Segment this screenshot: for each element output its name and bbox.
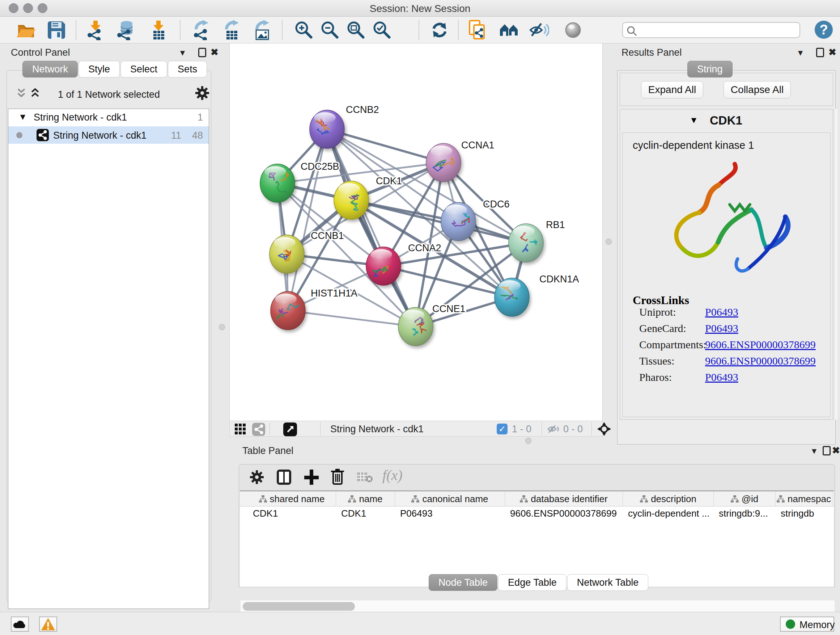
table-gear-icon[interactable] [249, 470, 264, 485]
show-columns-icon[interactable] [276, 469, 292, 486]
search-input[interactable] [622, 22, 800, 38]
column-header-shared-name[interactable]: shared name [248, 491, 336, 507]
save-session-icon[interactable] [46, 20, 66, 40]
left-splitter-handle[interactable] [219, 324, 225, 330]
close-panel-icon[interactable]: ✖ [829, 48, 836, 57]
crosslink-value-link[interactable]: 9606.ENSP00000378699 [705, 339, 816, 351]
tab-style[interactable]: Style [79, 61, 120, 78]
table-hscroll-thumb[interactable] [243, 602, 355, 611]
table-cell[interactable]: stringdb [775, 508, 832, 523]
tab-select[interactable]: Select [120, 61, 167, 78]
hidden-eye-icon[interactable] [547, 424, 561, 434]
network-node-CDC6[interactable] [441, 203, 476, 241]
import-network-icon[interactable] [85, 20, 106, 40]
close-panel-icon[interactable]: ✖ [832, 446, 840, 455]
refresh-icon[interactable] [429, 20, 450, 40]
selected-checkbox-icon[interactable]: ✓ [497, 424, 508, 434]
export-table-icon[interactable] [222, 20, 242, 40]
crosslink-value-link[interactable]: P06493 [705, 371, 738, 383]
disclosure-triangle-icon[interactable]: ▼ [19, 112, 27, 122]
clone-network-icon[interactable] [467, 20, 488, 40]
table-cell[interactable]: stringdb:9... [714, 508, 775, 523]
open-session-icon[interactable] [16, 20, 36, 40]
table-hscrollbar[interactable] [240, 600, 835, 612]
column-header-name[interactable]: name [336, 491, 395, 507]
tab-sets[interactable]: Sets [168, 61, 207, 78]
level-of-detail-icon[interactable] [563, 20, 583, 40]
column-header-@id[interactable]: @id [714, 491, 775, 507]
right-splitter-handle[interactable] [606, 239, 612, 245]
export-network-icon[interactable] [192, 20, 212, 40]
float-panel-icon[interactable] [198, 48, 206, 57]
network-node-CDC25B[interactable] [260, 164, 295, 203]
network-edge[interactable] [288, 310, 416, 326]
zoom-out-icon[interactable] [320, 20, 340, 40]
network-graph[interactable]: CCNB2CCNA1CDC25BCDK1CDC6RB1CCNB1CCNA2CDK… [230, 43, 602, 420]
table-cell[interactable]: CDK1 [248, 508, 336, 523]
network-canvas[interactable]: CCNB2CCNA1CDC25BCDK1CDC6RB1CCNB1CCNA2CDK… [229, 43, 603, 421]
tab-string[interactable]: String [687, 61, 733, 78]
warnings-button[interactable] [39, 616, 57, 632]
cloud-status-button[interactable] [11, 616, 29, 632]
birdseye-view-icon[interactable] [597, 422, 611, 436]
memory-button[interactable]: Memory [780, 616, 834, 632]
table-cell[interactable]: CDK1 [336, 508, 395, 523]
crosslink-value-link[interactable]: P06493 [705, 306, 738, 318]
network-node-HIST1H1A[interactable] [271, 291, 305, 330]
network-node-CDKN1A[interactable] [494, 278, 529, 317]
delete-column-icon[interactable] [330, 468, 345, 486]
tab-edge-table[interactable]: Edge Table [498, 574, 567, 591]
help-button[interactable]: ? [815, 21, 833, 39]
collapse-all-button[interactable]: Collapse All [723, 81, 791, 98]
export-image-icon[interactable] [253, 20, 273, 40]
network-collection-row[interactable]: ▼ String Network - cdk1 1 [8, 109, 209, 126]
network-options-gear-icon[interactable] [195, 86, 210, 101]
network-node-CCNA1[interactable] [426, 143, 461, 182]
node-table[interactable]: shared namenamecanonical namedatabase id… [240, 491, 834, 587]
bottom-splitter-handle[interactable] [525, 438, 531, 444]
crosslink-value-link[interactable]: P06493 [705, 322, 738, 334]
network-node-RB1[interactable] [508, 224, 543, 262]
expand-all-button[interactable]: Expand All [641, 81, 703, 98]
float-panel-icon[interactable] [816, 48, 824, 57]
tab-network-table[interactable]: Network Table [567, 574, 649, 591]
zoom-selected-icon[interactable] [372, 20, 392, 40]
column-header-description[interactable]: description [623, 491, 714, 507]
panel-menu-icon[interactable]: ▾ [180, 48, 185, 57]
network-node-CDK1[interactable] [334, 181, 369, 219]
network-node-CCNA2[interactable] [366, 247, 401, 285]
network-edge[interactable] [288, 129, 327, 310]
delete-table-icon[interactable] [357, 472, 374, 483]
crosslink-value-link[interactable]: 9606.ENSP00000378699 [705, 355, 816, 367]
column-header-database-identifier[interactable]: database identifier [505, 491, 623, 507]
open-in-window-icon[interactable] [283, 423, 297, 436]
function-builder-icon[interactable]: f(x) [382, 467, 403, 484]
zoom-in-icon[interactable] [294, 20, 314, 40]
tab-node-table[interactable]: Node Table [429, 574, 497, 591]
import-database-icon[interactable] [116, 20, 136, 40]
panel-menu-icon[interactable]: ▾ [798, 48, 803, 57]
disclosure-triangle-icon[interactable]: ▼ [690, 115, 698, 125]
network-node-CCNE1[interactable] [398, 307, 433, 346]
close-panel-icon[interactable]: ✖ [210, 48, 218, 57]
panel-menu-icon[interactable]: ▾ [812, 446, 816, 455]
grid-view-icon[interactable] [235, 424, 246, 435]
zoom-fit-icon[interactable] [346, 20, 366, 40]
network-node-CCNB2[interactable] [309, 110, 344, 149]
add-column-icon[interactable] [303, 469, 319, 486]
home-network-icon[interactable] [499, 20, 519, 40]
float-panel-icon[interactable] [823, 446, 831, 455]
gene-header-row[interactable]: ▼ CDK1 [620, 109, 833, 133]
table-cell[interactable]: 9606.ENSP00000378699 [505, 508, 623, 523]
table-cell[interactable]: P06493 [395, 508, 505, 523]
hide-selected-icon[interactable] [529, 20, 549, 40]
table-cell[interactable]: cyclin-dependent ... [623, 508, 714, 523]
tab-network[interactable]: Network [22, 61, 78, 78]
column-header-namespac[interactable]: namespac [775, 491, 832, 507]
share-view-icon[interactable] [252, 423, 265, 436]
results-scrollbar[interactable] [834, 109, 837, 420]
import-table-icon[interactable] [148, 20, 169, 40]
column-header-canonical-name[interactable]: canonical name [395, 491, 505, 507]
network-node-CCNB1[interactable] [270, 235, 304, 273]
network-row-selected[interactable]: String Network - cdk1 11 48 [8, 126, 209, 144]
